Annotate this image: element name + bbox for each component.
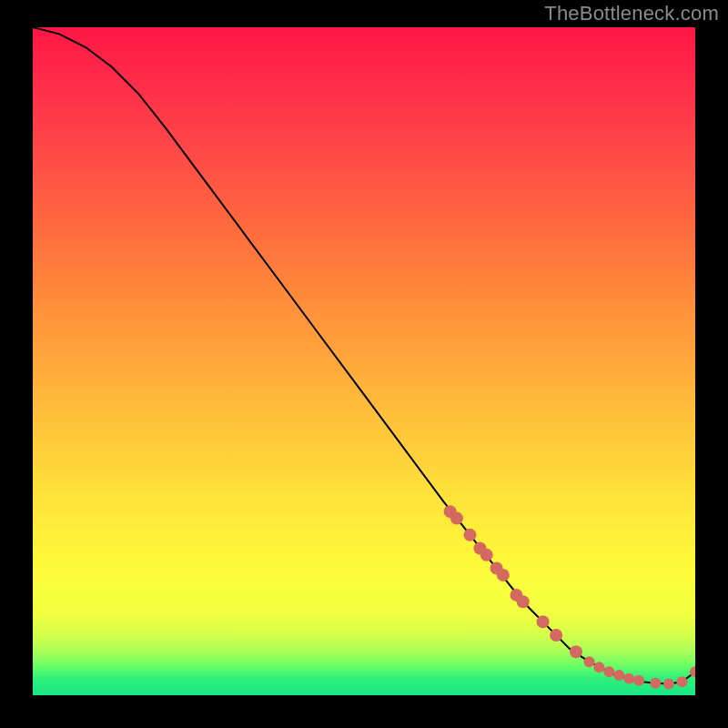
data-point-marker	[663, 679, 674, 690]
data-point-marker	[613, 670, 624, 681]
data-point-marker	[480, 549, 493, 561]
data-point-marker	[517, 595, 530, 608]
data-point-marker	[537, 615, 550, 628]
chart-frame: TheBottleneck.com	[0, 0, 728, 728]
chart-svg	[33, 27, 695, 695]
data-point-marker	[450, 511, 463, 524]
data-point-marker	[650, 678, 661, 689]
bottleneck-curve	[33, 27, 695, 684]
data-point-marker	[633, 675, 644, 686]
data-point-marker	[550, 629, 562, 642]
data-point-marker	[623, 673, 634, 684]
data-point-marker	[603, 666, 614, 677]
watermark-label: TheBottleneck.com	[544, 2, 719, 25]
plot-area	[33, 27, 695, 695]
data-point-marker	[570, 645, 582, 658]
data-point-marker	[676, 676, 687, 687]
data-point-marker	[497, 569, 510, 581]
marker-group	[444, 505, 695, 689]
data-point-marker	[584, 656, 595, 667]
data-point-marker	[463, 529, 476, 541]
data-point-marker	[593, 662, 604, 672]
